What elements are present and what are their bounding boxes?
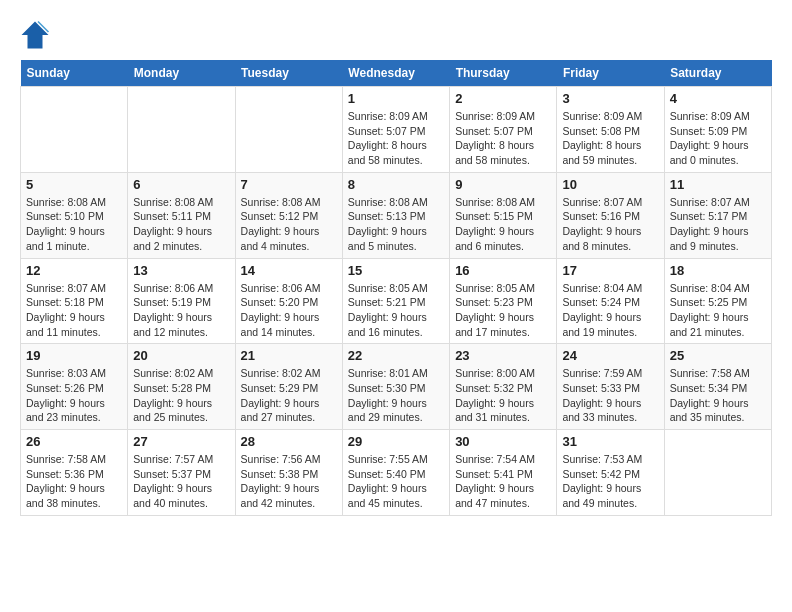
day-info: Sunrise: 8:02 AMSunset: 5:28 PMDaylight:… [133, 366, 229, 425]
day-number: 21 [241, 348, 337, 363]
calendar-cell: 23Sunrise: 8:00 AMSunset: 5:32 PMDayligh… [450, 344, 557, 430]
day-number: 12 [26, 263, 122, 278]
day-number: 18 [670, 263, 766, 278]
day-info: Sunrise: 8:08 AMSunset: 5:15 PMDaylight:… [455, 195, 551, 254]
page-header [20, 20, 772, 50]
day-number: 31 [562, 434, 658, 449]
calendar-week-5: 26Sunrise: 7:58 AMSunset: 5:36 PMDayligh… [21, 430, 772, 516]
logo-icon [20, 20, 50, 50]
day-number: 26 [26, 434, 122, 449]
col-header-sunday: Sunday [21, 60, 128, 87]
day-info: Sunrise: 8:06 AMSunset: 5:20 PMDaylight:… [241, 281, 337, 340]
day-info: Sunrise: 8:08 AMSunset: 5:12 PMDaylight:… [241, 195, 337, 254]
day-info: Sunrise: 8:09 AMSunset: 5:07 PMDaylight:… [455, 109, 551, 168]
calendar-cell: 30Sunrise: 7:54 AMSunset: 5:41 PMDayligh… [450, 430, 557, 516]
day-info: Sunrise: 7:55 AMSunset: 5:40 PMDaylight:… [348, 452, 444, 511]
col-header-monday: Monday [128, 60, 235, 87]
calendar-cell: 16Sunrise: 8:05 AMSunset: 5:23 PMDayligh… [450, 258, 557, 344]
calendar-week-2: 5Sunrise: 8:08 AMSunset: 5:10 PMDaylight… [21, 172, 772, 258]
day-info: Sunrise: 8:02 AMSunset: 5:29 PMDaylight:… [241, 366, 337, 425]
calendar-week-4: 19Sunrise: 8:03 AMSunset: 5:26 PMDayligh… [21, 344, 772, 430]
day-number: 30 [455, 434, 551, 449]
day-info: Sunrise: 7:53 AMSunset: 5:42 PMDaylight:… [562, 452, 658, 511]
day-info: Sunrise: 8:07 AMSunset: 5:16 PMDaylight:… [562, 195, 658, 254]
day-number: 1 [348, 91, 444, 106]
day-info: Sunrise: 7:54 AMSunset: 5:41 PMDaylight:… [455, 452, 551, 511]
calendar-cell: 19Sunrise: 8:03 AMSunset: 5:26 PMDayligh… [21, 344, 128, 430]
day-info: Sunrise: 8:04 AMSunset: 5:24 PMDaylight:… [562, 281, 658, 340]
logo [20, 20, 54, 50]
svg-marker-0 [22, 22, 49, 49]
day-info: Sunrise: 8:09 AMSunset: 5:09 PMDaylight:… [670, 109, 766, 168]
day-number: 9 [455, 177, 551, 192]
calendar-cell [128, 87, 235, 173]
calendar-cell: 29Sunrise: 7:55 AMSunset: 5:40 PMDayligh… [342, 430, 449, 516]
calendar-week-3: 12Sunrise: 8:07 AMSunset: 5:18 PMDayligh… [21, 258, 772, 344]
calendar-cell: 10Sunrise: 8:07 AMSunset: 5:16 PMDayligh… [557, 172, 664, 258]
day-info: Sunrise: 7:58 AMSunset: 5:34 PMDaylight:… [670, 366, 766, 425]
day-number: 14 [241, 263, 337, 278]
day-info: Sunrise: 8:06 AMSunset: 5:19 PMDaylight:… [133, 281, 229, 340]
day-info: Sunrise: 8:01 AMSunset: 5:30 PMDaylight:… [348, 366, 444, 425]
calendar-cell: 8Sunrise: 8:08 AMSunset: 5:13 PMDaylight… [342, 172, 449, 258]
day-number: 13 [133, 263, 229, 278]
calendar-cell [664, 430, 771, 516]
calendar-cell [21, 87, 128, 173]
calendar-cell: 7Sunrise: 8:08 AMSunset: 5:12 PMDaylight… [235, 172, 342, 258]
day-info: Sunrise: 8:07 AMSunset: 5:18 PMDaylight:… [26, 281, 122, 340]
calendar-cell: 15Sunrise: 8:05 AMSunset: 5:21 PMDayligh… [342, 258, 449, 344]
day-number: 16 [455, 263, 551, 278]
day-info: Sunrise: 7:59 AMSunset: 5:33 PMDaylight:… [562, 366, 658, 425]
day-number: 7 [241, 177, 337, 192]
col-header-wednesday: Wednesday [342, 60, 449, 87]
calendar-cell: 5Sunrise: 8:08 AMSunset: 5:10 PMDaylight… [21, 172, 128, 258]
calendar-cell: 26Sunrise: 7:58 AMSunset: 5:36 PMDayligh… [21, 430, 128, 516]
calendar-cell: 22Sunrise: 8:01 AMSunset: 5:30 PMDayligh… [342, 344, 449, 430]
day-number: 15 [348, 263, 444, 278]
calendar-cell: 31Sunrise: 7:53 AMSunset: 5:42 PMDayligh… [557, 430, 664, 516]
calendar-cell: 18Sunrise: 8:04 AMSunset: 5:25 PMDayligh… [664, 258, 771, 344]
day-number: 23 [455, 348, 551, 363]
day-number: 8 [348, 177, 444, 192]
calendar-cell: 24Sunrise: 7:59 AMSunset: 5:33 PMDayligh… [557, 344, 664, 430]
day-number: 24 [562, 348, 658, 363]
day-info: Sunrise: 8:08 AMSunset: 5:11 PMDaylight:… [133, 195, 229, 254]
calendar-week-1: 1Sunrise: 8:09 AMSunset: 5:07 PMDaylight… [21, 87, 772, 173]
day-info: Sunrise: 8:05 AMSunset: 5:23 PMDaylight:… [455, 281, 551, 340]
day-number: 28 [241, 434, 337, 449]
day-info: Sunrise: 8:09 AMSunset: 5:07 PMDaylight:… [348, 109, 444, 168]
day-number: 10 [562, 177, 658, 192]
day-info: Sunrise: 8:04 AMSunset: 5:25 PMDaylight:… [670, 281, 766, 340]
day-number: 17 [562, 263, 658, 278]
day-info: Sunrise: 8:08 AMSunset: 5:13 PMDaylight:… [348, 195, 444, 254]
day-number: 25 [670, 348, 766, 363]
calendar-cell: 11Sunrise: 8:07 AMSunset: 5:17 PMDayligh… [664, 172, 771, 258]
calendar-cell: 1Sunrise: 8:09 AMSunset: 5:07 PMDaylight… [342, 87, 449, 173]
header-row: SundayMondayTuesdayWednesdayThursdayFrid… [21, 60, 772, 87]
day-number: 22 [348, 348, 444, 363]
calendar-cell: 2Sunrise: 8:09 AMSunset: 5:07 PMDaylight… [450, 87, 557, 173]
day-info: Sunrise: 7:56 AMSunset: 5:38 PMDaylight:… [241, 452, 337, 511]
calendar-cell: 27Sunrise: 7:57 AMSunset: 5:37 PMDayligh… [128, 430, 235, 516]
calendar-cell: 9Sunrise: 8:08 AMSunset: 5:15 PMDaylight… [450, 172, 557, 258]
day-info: Sunrise: 8:05 AMSunset: 5:21 PMDaylight:… [348, 281, 444, 340]
calendar-cell: 17Sunrise: 8:04 AMSunset: 5:24 PMDayligh… [557, 258, 664, 344]
day-info: Sunrise: 8:07 AMSunset: 5:17 PMDaylight:… [670, 195, 766, 254]
calendar-cell: 20Sunrise: 8:02 AMSunset: 5:28 PMDayligh… [128, 344, 235, 430]
calendar-cell: 25Sunrise: 7:58 AMSunset: 5:34 PMDayligh… [664, 344, 771, 430]
day-info: Sunrise: 8:03 AMSunset: 5:26 PMDaylight:… [26, 366, 122, 425]
col-header-tuesday: Tuesday [235, 60, 342, 87]
calendar-cell: 14Sunrise: 8:06 AMSunset: 5:20 PMDayligh… [235, 258, 342, 344]
calendar-cell: 6Sunrise: 8:08 AMSunset: 5:11 PMDaylight… [128, 172, 235, 258]
day-info: Sunrise: 8:00 AMSunset: 5:32 PMDaylight:… [455, 366, 551, 425]
day-number: 4 [670, 91, 766, 106]
day-info: Sunrise: 7:57 AMSunset: 5:37 PMDaylight:… [133, 452, 229, 511]
day-number: 29 [348, 434, 444, 449]
calendar-cell [235, 87, 342, 173]
calendar-cell: 13Sunrise: 8:06 AMSunset: 5:19 PMDayligh… [128, 258, 235, 344]
calendar-cell: 12Sunrise: 8:07 AMSunset: 5:18 PMDayligh… [21, 258, 128, 344]
day-number: 11 [670, 177, 766, 192]
calendar-cell: 3Sunrise: 8:09 AMSunset: 5:08 PMDaylight… [557, 87, 664, 173]
col-header-saturday: Saturday [664, 60, 771, 87]
calendar-cell: 4Sunrise: 8:09 AMSunset: 5:09 PMDaylight… [664, 87, 771, 173]
